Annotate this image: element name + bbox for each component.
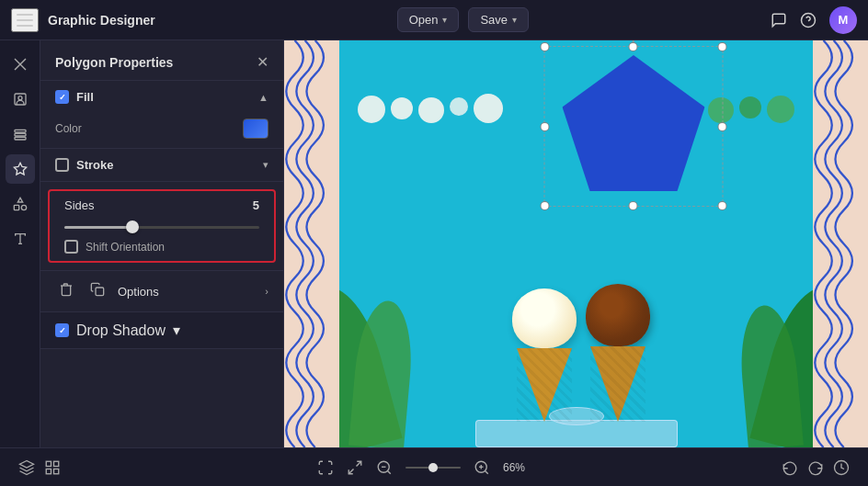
- stroke-chevron-icon: ▾: [263, 159, 268, 171]
- sidebar-icons: [0, 40, 40, 447]
- open-chevron-icon: ▾: [442, 15, 447, 25]
- stroke-section: Stroke ▾: [40, 149, 283, 182]
- canvas-area[interactable]: [284, 40, 868, 447]
- topbar-center: Open ▾ Save ▾: [397, 7, 529, 32]
- color-swatch[interactable]: [243, 119, 268, 139]
- sides-section: Sides 5 Shift Orientation: [48, 189, 276, 263]
- sides-slider-track: [64, 226, 259, 229]
- app-title: Graphic Designer: [48, 13, 155, 28]
- zoom-level-label: 66%: [503, 461, 525, 474]
- svg-rect-7: [15, 133, 26, 136]
- bottom-left-controls: [18, 459, 61, 476]
- svg-line-20: [387, 470, 390, 473]
- zoom-out-icon-button[interactable]: [376, 459, 393, 476]
- color-row: Color: [40, 113, 283, 148]
- topbar-right: M: [771, 6, 857, 34]
- svg-line-23: [485, 470, 487, 473]
- stroke-label: Stroke: [76, 158, 256, 172]
- drop-shadow-section[interactable]: Drop Shadow ▾: [40, 312, 283, 349]
- bottom-center-controls: 66%: [317, 459, 525, 476]
- zoom-slider-thumb[interactable]: [428, 463, 438, 472]
- fill-section: Fill ▲ Color: [40, 81, 283, 149]
- svg-rect-18: [54, 469, 59, 473]
- layers-icon-button[interactable]: [18, 459, 35, 476]
- drop-shadow-label: Drop Shadow: [76, 322, 166, 339]
- zoom-slider-group: [405, 467, 461, 469]
- fill-label: Fill: [76, 90, 251, 104]
- sidebar-icon-layers[interactable]: [6, 119, 35, 149]
- fill-checkbox[interactable]: [55, 90, 69, 104]
- topbar: Graphic Designer Open ▾ Save ▾ M: [0, 0, 868, 40]
- drop-shadow-checkbox[interactable]: [55, 323, 69, 337]
- sidebar-icon-cursor[interactable]: [6, 50, 35, 79]
- sides-slider-fill: [64, 226, 132, 229]
- shift-orientation-row: Shift Orientation: [64, 240, 259, 254]
- zoom-slider-track[interactable]: [405, 467, 461, 469]
- menu-button[interactable]: [11, 8, 39, 32]
- bottom-bar: 66%: [0, 447, 868, 486]
- fit-screen-icon-button[interactable]: [317, 459, 334, 476]
- close-button[interactable]: ✕: [257, 53, 268, 71]
- properties-panel: Polygon Properties ✕ Fill ▲ Color Stroke…: [40, 40, 284, 447]
- shift-orientation-label: Shift Orientation: [86, 241, 165, 254]
- fit-selection-icon-button[interactable]: [347, 459, 363, 476]
- stroke-section-header[interactable]: Stroke ▾: [40, 149, 283, 181]
- save-chevron-icon: ▾: [512, 15, 517, 25]
- sides-row: Sides 5: [64, 198, 259, 212]
- duplicate-icon-button[interactable]: [86, 278, 108, 304]
- fill-section-header[interactable]: Fill ▲: [40, 81, 283, 113]
- wavy-decoration-left: [284, 40, 339, 447]
- options-label: Options: [118, 285, 256, 299]
- panel-title: Polygon Properties: [55, 55, 173, 70]
- svg-point-5: [18, 96, 22, 100]
- options-row: Options ›: [40, 271, 283, 312]
- sides-label: Sides: [64, 198, 95, 212]
- sidebar-icon-shapes[interactable]: [6, 154, 35, 184]
- chat-icon-button[interactable]: [771, 12, 787, 28]
- svg-rect-8: [15, 137, 26, 140]
- svg-point-10: [21, 205, 26, 209]
- shift-orientation-checkbox[interactable]: [64, 240, 78, 254]
- sidebar-icon-text[interactable]: [6, 224, 35, 254]
- redo-icon-button[interactable]: [807, 459, 824, 476]
- sidebar-icon-components[interactable]: [6, 189, 35, 219]
- photo-card: [339, 40, 813, 447]
- drop-shadow-chevron-icon: ▾: [173, 322, 180, 339]
- sides-slider-thumb[interactable]: [126, 220, 139, 233]
- help-icon-button[interactable]: [800, 12, 817, 28]
- svg-rect-17: [46, 469, 51, 473]
- svg-rect-16: [54, 461, 59, 466]
- panel-header: Polygon Properties ✕: [40, 40, 283, 81]
- fill-chevron-icon: ▲: [258, 92, 268, 103]
- svg-rect-6: [15, 130, 26, 132]
- delete-icon-button[interactable]: [55, 278, 77, 304]
- avatar[interactable]: M: [829, 6, 857, 34]
- bottom-right-controls: [782, 459, 850, 476]
- sides-value: 5: [253, 198, 259, 212]
- svg-rect-13: [96, 288, 104, 296]
- open-button[interactable]: Open ▾: [397, 7, 460, 32]
- options-chevron-icon: ›: [265, 286, 268, 297]
- zoom-in-icon-button[interactable]: [474, 459, 490, 476]
- sidebar-icon-person[interactable]: [6, 85, 35, 114]
- sides-slider-container: [64, 220, 259, 234]
- color-label: Color: [55, 122, 234, 135]
- svg-rect-9: [14, 205, 18, 209]
- undo-icon-button[interactable]: [782, 459, 798, 476]
- ice-cream-scene: [339, 96, 813, 447]
- save-button[interactable]: Save ▾: [468, 7, 529, 32]
- svg-rect-15: [46, 461, 51, 466]
- wavy-decoration-right: [813, 40, 868, 447]
- topbar-left: Graphic Designer: [11, 8, 155, 32]
- stroke-checkbox[interactable]: [55, 158, 69, 172]
- main-layout: Polygon Properties ✕ Fill ▲ Color Stroke…: [0, 40, 868, 447]
- history-icon-button[interactable]: [833, 459, 850, 476]
- grid-icon-button[interactable]: [44, 459, 61, 476]
